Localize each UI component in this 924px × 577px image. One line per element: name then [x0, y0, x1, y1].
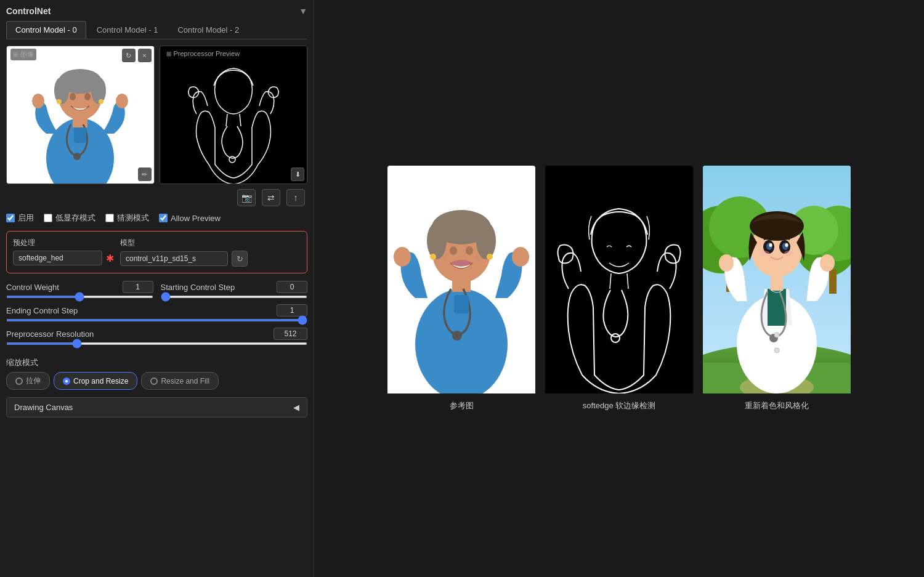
preproc-model-section: 预处理 softedge_hed canny depth openpose ✱ … [6, 231, 307, 273]
image-row: ⊞ 图像 ↻ × [6, 46, 307, 184]
ending-step-label: Ending Control Step [6, 306, 78, 315]
model-field: 模型 control_v11p_sd15_s control_v11p_sd15… [120, 238, 248, 267]
anime-nurse-label: 重新着色和风格化 [745, 400, 809, 411]
preprocessor-preview-box[interactable]: ⊞ Preprocessor Preview [160, 46, 308, 184]
panel-collapse-icon[interactable]: ▼ [299, 6, 307, 16]
preprocessor-select-row: softedge_hed canny depth openpose ✱ [13, 251, 114, 265]
edge-detection-image [545, 166, 693, 395]
download-btn[interactable]: ⬇ [291, 167, 304, 181]
preprocessor-select[interactable]: softedge_hed canny depth openpose [13, 251, 102, 265]
close-btn[interactable]: × [138, 49, 152, 62]
panel-title: ControlNet [6, 6, 51, 16]
preprocessor-label: 预处理 [13, 238, 114, 248]
result-image-2: softedge 软边缘检测 [545, 166, 693, 411]
stretch-btn[interactable]: 拉伸 [6, 372, 50, 390]
model-label: 模型 [120, 238, 248, 248]
left-panel: ControlNet ▼ Control Model - 0 Control M… [0, 0, 314, 577]
svg-point-14 [99, 99, 103, 104]
low-vram-checkbox[interactable] [44, 214, 52, 222]
svg-point-62 [774, 333, 779, 337]
tab-control-model-0[interactable]: Control Model - 0 [6, 21, 86, 39]
tab-control-model-2[interactable]: Control Model - 2 [168, 21, 248, 39]
svg-point-63 [774, 348, 779, 353]
result-image-3: 重新着色和风格化 [703, 166, 851, 411]
svg-point-7 [70, 93, 76, 100]
preprocessor-preview-label: ⊞ Preprocessor Preview [164, 49, 243, 59]
swap-action-btn[interactable]: ⇄ [262, 189, 280, 206]
result-images-row: 参考图 [387, 166, 851, 411]
ending-step-range[interactable] [6, 319, 307, 321]
control-weight-header: Control Weight [6, 281, 153, 293]
source-image-box[interactable]: ⊞ 图像 ↻ × [6, 46, 155, 184]
star-icon: ✱ [106, 252, 114, 264]
crop-resize-btn[interactable]: Crop and Resize [54, 372, 137, 390]
anime-nurse-image [703, 166, 851, 395]
up-action-btn[interactable]: ↑ [286, 189, 305, 206]
model-select-row: control_v11p_sd15_s control_v11p_sd15_ca… [120, 251, 248, 267]
tabs-row: Control Model - 0 Control Model - 1 Cont… [6, 21, 307, 39]
enable-checkbox[interactable] [6, 214, 15, 222]
preproc-res-range[interactable] [6, 342, 307, 345]
result-image-1: 参考图 [387, 166, 535, 411]
resize-fill-btn[interactable]: Resize and Fill [141, 372, 219, 390]
ending-step-header: Ending Control Step [6, 304, 307, 317]
svg-point-5 [54, 77, 69, 104]
starting-step-value[interactable] [277, 281, 307, 293]
scale-mode-section: 缩放模式 拉伸 Crop and Resize Resize and Fill [6, 357, 307, 390]
refresh-btn[interactable]: ↻ [122, 49, 136, 62]
low-vram-checkbox-item[interactable]: 低显存模式 [44, 212, 95, 224]
checkbox-row: 启用 低显存模式 猜测模式 Allow Preview [6, 212, 307, 224]
model-select[interactable]: control_v11p_sd15_s control_v11p_sd15_ca… [120, 251, 228, 266]
svg-point-9 [32, 94, 44, 108]
scale-buttons-row: 拉伸 Crop and Resize Resize and Fill [6, 372, 307, 390]
svg-point-23 [476, 222, 496, 259]
ending-step-slider: Ending Control Step [6, 304, 307, 321]
source-image-label: ⊞ 图像 [10, 49, 36, 60]
drawing-canvas-row[interactable]: Drawing Canvas ◀ [6, 397, 307, 418]
svg-point-6 [91, 77, 106, 104]
allow-preview-checkbox-item[interactable]: Allow Preview [159, 214, 221, 223]
reference-image [387, 166, 535, 395]
control-weight-range[interactable] [6, 296, 153, 298]
svg-point-30 [430, 254, 436, 260]
svg-point-25 [466, 246, 473, 255]
preproc-res-slider: Preprocessor Resolution [6, 328, 307, 345]
svg-point-28 [452, 331, 462, 341]
svg-point-24 [450, 246, 457, 255]
control-weight-slider: Control Weight [6, 281, 153, 298]
preproc-res-value[interactable] [274, 328, 307, 340]
edge-preview [160, 46, 307, 184]
ending-step-value[interactable] [277, 304, 307, 317]
allow-preview-checkbox[interactable] [159, 214, 168, 222]
reference-image-label: 参考图 [450, 400, 474, 411]
enable-label: 启用 [18, 212, 34, 224]
drawing-canvas-arrow: ◀ [293, 403, 299, 412]
starting-step-slider: Starting Control Step [161, 281, 308, 298]
preprocessor-field: 预处理 softedge_hed canny depth openpose ✱ [13, 238, 114, 265]
guess-mode-checkbox-item[interactable]: 猜测模式 [105, 212, 149, 224]
source-extra-btn[interactable]: ✏ [138, 167, 152, 181]
svg-point-13 [57, 99, 62, 104]
svg-rect-32 [545, 166, 693, 393]
panel-header: ControlNet ▼ [6, 6, 307, 16]
drawing-canvas-label: Drawing Canvas [14, 403, 73, 412]
svg-rect-12 [74, 127, 86, 143]
action-row: 📷 ⇄ ↑ [6, 189, 307, 206]
guess-mode-checkbox[interactable] [105, 214, 114, 222]
enable-checkbox-item[interactable]: 启用 [6, 212, 34, 224]
svg-point-8 [84, 93, 91, 100]
stretch-radio [15, 377, 23, 385]
scale-mode-label: 缩放模式 [6, 357, 307, 368]
svg-rect-47 [768, 289, 786, 326]
starting-step-range[interactable] [161, 296, 308, 298]
svg-rect-29 [454, 295, 469, 313]
control-weight-value[interactable] [123, 281, 153, 293]
svg-point-58 [784, 251, 794, 256]
camera-action-btn[interactable]: 📷 [237, 189, 256, 206]
refresh-model-btn[interactable]: ↻ [232, 251, 248, 267]
svg-point-31 [487, 254, 493, 260]
tab-control-model-1[interactable]: Control Model - 1 [87, 21, 168, 39]
low-vram-label: 低显存模式 [55, 212, 95, 224]
guess-mode-label: 猜测模式 [117, 212, 149, 224]
svg-point-26 [394, 247, 411, 267]
